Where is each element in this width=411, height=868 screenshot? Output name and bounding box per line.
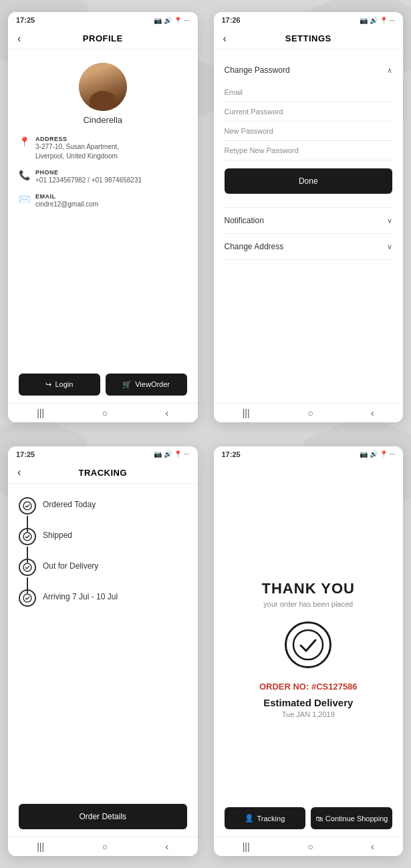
tracking-header: ‹ TRACKING: [8, 462, 198, 484]
tracking-time: 17:25: [16, 450, 35, 458]
continue-shopping-button[interactable]: 🛍 Continue Shopping: [311, 807, 392, 829]
nav-home-icon[interactable]: ○: [102, 408, 108, 418]
profile-address-row: 📍 ADDRESS 3-277-10, Susan Apartment, Liv…: [19, 136, 187, 161]
view-order-button[interactable]: 🛒 ViewOrder: [106, 374, 187, 396]
change-address-row[interactable]: Change Address ∨: [225, 234, 393, 259]
notification-row[interactable]: Notification ∨: [225, 208, 393, 233]
settings-nav-bar: ||| ○ ‹: [214, 403, 404, 422]
change-address-label: Change Address: [225, 242, 284, 251]
tracking-btn-icon: 👤: [245, 814, 254, 823]
profile-status-icons: 📷 🔊 📍 ···: [154, 17, 189, 24]
profile-back-button[interactable]: ‹: [17, 33, 21, 45]
profile-time: 17:25: [16, 16, 35, 24]
nav-menu-icon[interactable]: |||: [37, 408, 44, 418]
tracking-btn-label: Tracking: [257, 815, 285, 823]
profile-avatar-container: Cinderella: [19, 63, 187, 125]
change-password-section: Change Password ∧ Email Current Password…: [225, 57, 393, 208]
tracking-status-bar: 17:25 📷 🔊 📍 ···: [8, 446, 198, 462]
shopping-btn-icon: 🛍: [315, 815, 323, 823]
profile-content: Cinderella 📍 ADDRESS 3-277-10, Susan Apa…: [8, 49, 198, 403]
chevron-down-notification-icon: ∨: [387, 216, 392, 225]
thankyou-nav-home-icon[interactable]: ○: [307, 841, 313, 852]
tracking-nav-bar: ||| ○ ‹: [8, 837, 198, 856]
current-password-field[interactable]: Current Password: [225, 102, 393, 122]
notification-section: Notification ∨: [225, 208, 393, 234]
settings-time: 17:26: [222, 16, 241, 24]
estimated-delivery-date: Tue JAN 1,2019: [282, 710, 335, 718]
step3-check-icon: [19, 559, 36, 576]
thankyou-buttons: 👤 Tracking 🛍 Continue Shopping: [225, 807, 393, 829]
tracking-content: Ordered Today Shipped Out for Delivery: [8, 484, 198, 837]
settings-screen: 17:26 📷 🔊 📍 ··· ‹ SETTINGS Change Passwo…: [214, 12, 404, 422]
profile-title: PROFILE: [83, 33, 123, 43]
phone-icon: 📞: [19, 170, 30, 180]
done-button[interactable]: Done: [225, 168, 393, 194]
tracking-list: Ordered Today Shipped Out for Delivery: [19, 492, 187, 625]
settings-nav-menu-icon[interactable]: |||: [243, 408, 250, 418]
change-address-section: Change Address ∨: [225, 234, 393, 260]
settings-nav-home-icon[interactable]: ○: [307, 408, 313, 418]
settings-back-button[interactable]: ‹: [223, 33, 227, 45]
step1-check-icon: [19, 497, 36, 515]
step4-label: Arriving 7 Jul - 10 Jul: [43, 589, 118, 601]
tracking-title: TRACKING: [78, 468, 127, 478]
tracking-screen: 17:25 📷 🔊 📍 ··· ‹ TRACKING Ordered Today: [8, 446, 198, 857]
thankyou-nav-menu-icon[interactable]: |||: [243, 841, 250, 852]
phone-value: +01 1234567982 / +01 9874658231: [35, 176, 142, 185]
tracking-status-icons: 📷 🔊 📍 ···: [154, 450, 189, 458]
email-icon: ✉️: [19, 194, 30, 204]
shopping-btn-label: Continue Shopping: [325, 815, 388, 823]
login-button[interactable]: ↪ Login: [19, 374, 100, 396]
thankyou-nav-back-icon[interactable]: ‹: [371, 841, 374, 852]
cart-icon: 🛒: [122, 380, 132, 389]
new-password-field[interactable]: New Password: [225, 122, 393, 141]
thankyou-screen: 17:25 📷 🔊 📍 ··· THANK YOU your order has…: [214, 446, 404, 857]
view-order-label: ViewOrder: [135, 380, 170, 388]
profile-status-bar: 17:25 📷 🔊 📍 ···: [8, 12, 198, 28]
profile-nav-bar: ||| ○ ‹: [8, 403, 198, 422]
thankyou-status-icons: 📷 🔊 📍 ···: [360, 450, 395, 458]
order-details-button[interactable]: Order Details: [19, 804, 187, 829]
settings-status-icons: 📷 🔊 📍 ···: [360, 17, 395, 24]
retype-password-field[interactable]: Retype New Password: [225, 141, 393, 160]
email-field[interactable]: Email: [225, 83, 393, 102]
settings-nav-back-icon[interactable]: ‹: [371, 408, 374, 418]
checkmark-svg: [291, 628, 325, 662]
notification-label: Notification: [225, 216, 264, 225]
settings-header: ‹ SETTINGS: [214, 28, 404, 49]
tracking-step-4: Arriving 7 Jul - 10 Jul: [19, 589, 187, 607]
svg-point-4: [293, 630, 323, 660]
settings-status-bar: 17:26 📷 🔊 📍 ···: [214, 12, 404, 28]
change-password-row[interactable]: Change Password ∧: [225, 57, 393, 83]
login-icon: ↪: [45, 380, 51, 389]
profile-name: Cinderella: [83, 115, 122, 125]
password-fields: Email Current Password New Password Rety…: [225, 83, 393, 207]
profile-email-row: ✉️ EMAIL cindre12@gmail.com: [19, 193, 187, 209]
step3-label: Out for Delivery: [43, 559, 98, 571]
address-label: ADDRESS: [35, 136, 119, 142]
thankyou-subtitle: your order has been placed: [263, 600, 353, 608]
tracking-step-3: Out for Delivery: [19, 559, 187, 576]
chevron-down-address-icon: ∨: [387, 243, 392, 251]
email-label: EMAIL: [35, 193, 98, 200]
tracking-nav-home-icon[interactable]: ○: [102, 841, 108, 852]
thankyou-time: 17:25: [222, 450, 241, 458]
profile-header: ‹ PROFILE: [8, 28, 198, 49]
nav-back-icon[interactable]: ‹: [166, 408, 169, 418]
settings-content: Change Password ∧ Email Current Password…: [214, 49, 404, 403]
step1-label: Ordered Today: [43, 497, 96, 509]
tracking-nav-menu-icon[interactable]: |||: [37, 841, 44, 852]
tracking-button[interactable]: 👤 Tracking: [225, 807, 306, 829]
thankyou-nav-bar: ||| ○ ‹: [214, 837, 404, 856]
change-password-label: Change Password: [225, 65, 290, 75]
tracking-nav-back-icon[interactable]: ‹: [166, 841, 169, 852]
login-label: Login: [55, 380, 73, 388]
step2-label: Shipped: [43, 528, 72, 540]
check-circle: [285, 621, 331, 668]
avatar-image: [79, 63, 127, 111]
thankyou-content: THANK YOU your order has been placed ORD…: [214, 462, 404, 837]
tracking-back-button[interactable]: ‹: [17, 466, 21, 478]
profile-phone-row: 📞 PHONE +01 1234567982 / +01 9874658231: [19, 169, 187, 185]
step4-check-icon: [19, 589, 36, 607]
settings-title: SETTINGS: [285, 33, 331, 43]
